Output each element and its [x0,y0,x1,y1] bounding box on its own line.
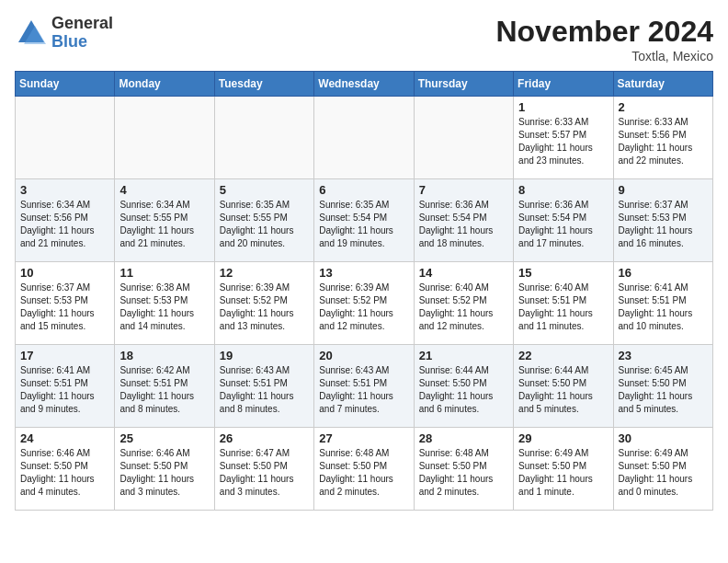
day-number: 15 [518,266,608,280]
header-sunday: Sunday [16,72,115,97]
day-number: 2 [619,100,708,114]
calendar-cell: 28Sunrise: 6:48 AM Sunset: 5:50 PM Dayli… [414,428,513,511]
calendar-cell: 9Sunrise: 6:37 AM Sunset: 5:53 PM Daylig… [613,179,712,262]
day-number: 10 [20,266,109,280]
header-saturday: Saturday [613,72,712,97]
logo-blue: Blue [51,33,113,52]
logo-icon [15,17,48,50]
day-info: Sunrise: 6:34 AM Sunset: 5:55 PM Dayligh… [119,199,209,250]
day-info: Sunrise: 6:34 AM Sunset: 5:56 PM Dayligh… [20,199,109,250]
day-info: Sunrise: 6:35 AM Sunset: 5:55 PM Dayligh… [220,199,309,250]
calendar-cell [214,97,313,179]
header-friday: Friday [514,72,613,97]
day-number: 9 [619,183,708,197]
day-info: Sunrise: 6:47 AM Sunset: 5:50 PM Dayligh… [220,447,309,499]
calendar-cell: 15Sunrise: 6:40 AM Sunset: 5:51 PM Dayli… [514,262,613,345]
calendar-cell: 11Sunrise: 6:38 AM Sunset: 5:53 PM Dayli… [115,262,214,345]
day-info: Sunrise: 6:44 AM Sunset: 5:50 PM Dayligh… [419,364,508,416]
day-info: Sunrise: 6:37 AM Sunset: 5:53 PM Dayligh… [20,282,109,333]
day-number: 21 [419,349,508,362]
month-title: November 2024 [495,15,713,49]
day-info: Sunrise: 6:36 AM Sunset: 5:54 PM Dayligh… [518,199,608,250]
day-info: Sunrise: 6:44 AM Sunset: 5:50 PM Dayligh… [518,364,608,416]
day-info: Sunrise: 6:49 AM Sunset: 5:50 PM Dayligh… [619,447,708,499]
header-wednesday: Wednesday [314,72,414,97]
day-number: 16 [619,266,708,280]
logo-general: General [51,15,113,33]
calendar-cell: 3Sunrise: 6:34 AM Sunset: 5:56 PM Daylig… [16,179,115,262]
calendar-cell: 26Sunrise: 6:47 AM Sunset: 5:50 PM Dayli… [214,428,313,511]
day-number: 30 [619,431,708,445]
day-number: 17 [20,349,109,362]
day-info: Sunrise: 6:41 AM Sunset: 5:51 PM Dayligh… [20,364,109,416]
day-number: 11 [119,266,209,280]
calendar-cell [115,97,214,179]
calendar-header-row: SundayMondayTuesdayWednesdayThursdayFrid… [16,72,713,97]
day-number: 5 [220,183,309,197]
header-tuesday: Tuesday [214,72,313,97]
location: Toxtla, Mexico [495,49,713,63]
calendar-cell: 10Sunrise: 6:37 AM Sunset: 5:53 PM Dayli… [16,262,115,345]
calendar-cell: 18Sunrise: 6:42 AM Sunset: 5:51 PM Dayli… [115,345,214,428]
day-number: 25 [119,431,209,445]
day-info: Sunrise: 6:33 AM Sunset: 5:56 PM Dayligh… [619,116,708,167]
page-header: General Blue November 2024 Toxtla, Mexic… [15,15,713,63]
calendar-cell: 25Sunrise: 6:46 AM Sunset: 5:50 PM Dayli… [115,428,214,511]
calendar-cell [314,97,414,179]
calendar-table: SundayMondayTuesdayWednesdayThursdayFrid… [15,71,713,511]
calendar-week-row: 17Sunrise: 6:41 AM Sunset: 5:51 PM Dayli… [16,345,713,428]
calendar-cell: 20Sunrise: 6:43 AM Sunset: 5:51 PM Dayli… [314,345,414,428]
day-info: Sunrise: 6:45 AM Sunset: 5:50 PM Dayligh… [619,364,708,416]
calendar-week-row: 1Sunrise: 6:33 AM Sunset: 5:57 PM Daylig… [16,97,713,179]
calendar-cell [16,97,115,179]
title-block: November 2024 Toxtla, Mexico [495,15,713,63]
day-info: Sunrise: 6:35 AM Sunset: 5:54 PM Dayligh… [319,199,408,250]
day-number: 12 [220,266,309,280]
calendar-week-row: 10Sunrise: 6:37 AM Sunset: 5:53 PM Dayli… [16,262,713,345]
day-number: 13 [319,266,408,280]
calendar-cell: 12Sunrise: 6:39 AM Sunset: 5:52 PM Dayli… [214,262,313,345]
calendar-cell: 4Sunrise: 6:34 AM Sunset: 5:55 PM Daylig… [115,179,214,262]
calendar-cell: 13Sunrise: 6:39 AM Sunset: 5:52 PM Dayli… [314,262,414,345]
header-monday: Monday [115,72,214,97]
day-number: 6 [319,183,408,197]
calendar-cell: 17Sunrise: 6:41 AM Sunset: 5:51 PM Dayli… [16,345,115,428]
day-info: Sunrise: 6:37 AM Sunset: 5:53 PM Dayligh… [619,199,708,250]
calendar-cell: 22Sunrise: 6:44 AM Sunset: 5:50 PM Dayli… [514,345,613,428]
day-number: 7 [419,183,508,197]
calendar-cell: 1Sunrise: 6:33 AM Sunset: 5:57 PM Daylig… [514,97,613,179]
day-number: 8 [518,183,608,197]
day-number: 4 [119,183,209,197]
calendar-cell: 16Sunrise: 6:41 AM Sunset: 5:51 PM Dayli… [613,262,712,345]
day-info: Sunrise: 6:46 AM Sunset: 5:50 PM Dayligh… [20,447,109,499]
day-info: Sunrise: 6:43 AM Sunset: 5:51 PM Dayligh… [319,364,408,416]
day-number: 26 [220,431,309,445]
calendar-cell: 19Sunrise: 6:43 AM Sunset: 5:51 PM Dayli… [214,345,313,428]
day-number: 19 [220,349,309,362]
day-info: Sunrise: 6:40 AM Sunset: 5:51 PM Dayligh… [518,282,608,333]
day-info: Sunrise: 6:36 AM Sunset: 5:54 PM Dayligh… [419,199,508,250]
day-number: 1 [518,100,608,114]
calendar-cell: 14Sunrise: 6:40 AM Sunset: 5:52 PM Dayli… [414,262,513,345]
calendar-cell: 30Sunrise: 6:49 AM Sunset: 5:50 PM Dayli… [613,428,712,511]
calendar-cell [414,97,513,179]
calendar-cell: 2Sunrise: 6:33 AM Sunset: 5:56 PM Daylig… [613,97,712,179]
logo: General Blue [15,15,113,52]
calendar-week-row: 3Sunrise: 6:34 AM Sunset: 5:56 PM Daylig… [16,179,713,262]
day-info: Sunrise: 6:42 AM Sunset: 5:51 PM Dayligh… [119,364,209,416]
day-info: Sunrise: 6:48 AM Sunset: 5:50 PM Dayligh… [319,447,408,499]
calendar-cell: 27Sunrise: 6:48 AM Sunset: 5:50 PM Dayli… [314,428,414,511]
day-info: Sunrise: 6:46 AM Sunset: 5:50 PM Dayligh… [119,447,209,499]
day-number: 28 [419,431,508,445]
calendar-cell: 6Sunrise: 6:35 AM Sunset: 5:54 PM Daylig… [314,179,414,262]
logo-text: General Blue [51,15,113,52]
day-number: 24 [20,431,109,445]
day-number: 20 [319,349,408,362]
day-info: Sunrise: 6:39 AM Sunset: 5:52 PM Dayligh… [319,282,408,333]
day-info: Sunrise: 6:43 AM Sunset: 5:51 PM Dayligh… [220,364,309,416]
day-info: Sunrise: 6:39 AM Sunset: 5:52 PM Dayligh… [220,282,309,333]
calendar-cell: 8Sunrise: 6:36 AM Sunset: 5:54 PM Daylig… [514,179,613,262]
day-number: 18 [119,349,209,362]
day-info: Sunrise: 6:40 AM Sunset: 5:52 PM Dayligh… [419,282,508,333]
day-info: Sunrise: 6:33 AM Sunset: 5:57 PM Dayligh… [518,116,608,167]
